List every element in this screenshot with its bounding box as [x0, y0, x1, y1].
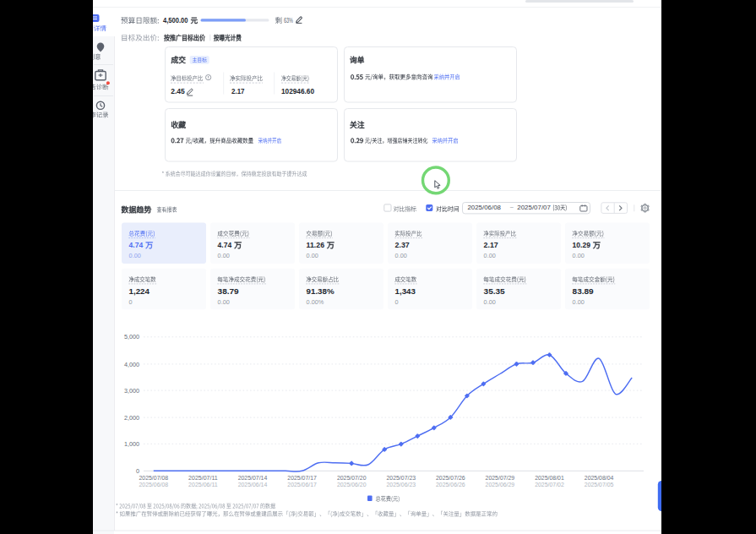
svg-text:2025/06/20: 2025/06/20 — [337, 482, 367, 488]
svg-text:2025/07/11: 2025/07/11 — [188, 475, 218, 481]
svg-text:0.00: 0.00 — [307, 252, 318, 259]
svg-text:0.00: 0.00 — [573, 298, 585, 306]
svg-text:2.17: 2.17 — [231, 87, 245, 95]
svg-text:2,000: 2,000 — [124, 414, 139, 422]
svg-text:2025/08/04: 2025/08/04 — [585, 475, 614, 481]
svg-text:2025/07/29: 2025/07/29 — [486, 475, 515, 481]
svg-text:3,000: 3,000 — [124, 387, 139, 395]
svg-text:2.37: 2.37 — [395, 240, 410, 249]
svg-text:2025/06/26: 2025/06/26 — [436, 482, 465, 488]
svg-text:2025/06/08: 2025/06/08 — [467, 204, 501, 211]
svg-text:11.26: 11.26 — [307, 240, 324, 249]
svg-text:1,343: 1,343 — [395, 286, 416, 296]
svg-text:2025/06/14: 2025/06/14 — [238, 482, 268, 488]
svg-text:2025/06/17: 2025/06/17 — [287, 482, 317, 488]
svg-text:2.45: 2.45 — [171, 87, 185, 95]
svg-text:4.74: 4.74 — [129, 240, 144, 249]
svg-text:5,000: 5,000 — [124, 333, 139, 341]
svg-text:2025/07/26: 2025/07/26 — [436, 475, 465, 481]
svg-text:83.89: 83.89 — [573, 286, 594, 296]
svg-text:~: ~ — [510, 204, 514, 211]
svg-text:0.00%: 0.00% — [307, 298, 324, 306]
svg-text:2025/06/29: 2025/06/29 — [486, 482, 515, 488]
svg-text:2025/07/20: 2025/07/20 — [337, 475, 367, 481]
svg-text:0.00: 0.00 — [218, 252, 230, 259]
svg-text:2025/06/08: 2025/06/08 — [139, 482, 169, 488]
svg-text:91.38%: 91.38% — [307, 286, 334, 296]
svg-text:0.00: 0.00 — [218, 298, 230, 306]
svg-text:2025/07/23: 2025/07/23 — [387, 475, 416, 481]
svg-text:102946.60: 102946.60 — [281, 87, 314, 95]
svg-text:1,000: 1,000 — [124, 440, 139, 448]
svg-text:4,000: 4,000 — [124, 361, 139, 368]
svg-text:4,500.00: 4,500.00 — [163, 16, 188, 25]
svg-text:2025/07/02: 2025/07/02 — [535, 482, 564, 488]
svg-text:0.00: 0.00 — [573, 252, 585, 259]
svg-text:2025/07/17: 2025/07/17 — [287, 475, 317, 481]
svg-text:0.00: 0.00 — [129, 252, 141, 259]
svg-text:38.79: 38.79 — [218, 286, 239, 296]
svg-text:0.00: 0.00 — [395, 252, 407, 259]
svg-text:2025/06/23: 2025/06/23 — [387, 482, 416, 488]
svg-text:1,224: 1,224 — [129, 286, 150, 296]
svg-text:0: 0 — [395, 298, 399, 306]
svg-text:2.17: 2.17 — [484, 240, 498, 249]
svg-text:0.00: 0.00 — [484, 298, 496, 306]
svg-text:35.35: 35.35 — [484, 286, 506, 296]
svg-text:2025/07/08: 2025/07/08 — [139, 475, 169, 481]
svg-text:2025/08/01: 2025/08/01 — [535, 475, 564, 481]
svg-text:63%: 63% — [284, 16, 293, 25]
svg-text:0: 0 — [129, 298, 133, 306]
svg-text:10.29: 10.29 — [573, 240, 590, 249]
svg-text:4.74: 4.74 — [218, 240, 232, 249]
svg-text:2025/07/07: 2025/07/07 — [517, 204, 551, 211]
svg-text:2025/06/11: 2025/06/11 — [188, 482, 218, 488]
svg-text:2025/07/14: 2025/07/14 — [238, 475, 268, 481]
svg-text:0.00: 0.00 — [484, 252, 496, 259]
svg-text:0: 0 — [136, 467, 139, 475]
svg-text:2025/07/05: 2025/07/05 — [585, 482, 614, 488]
